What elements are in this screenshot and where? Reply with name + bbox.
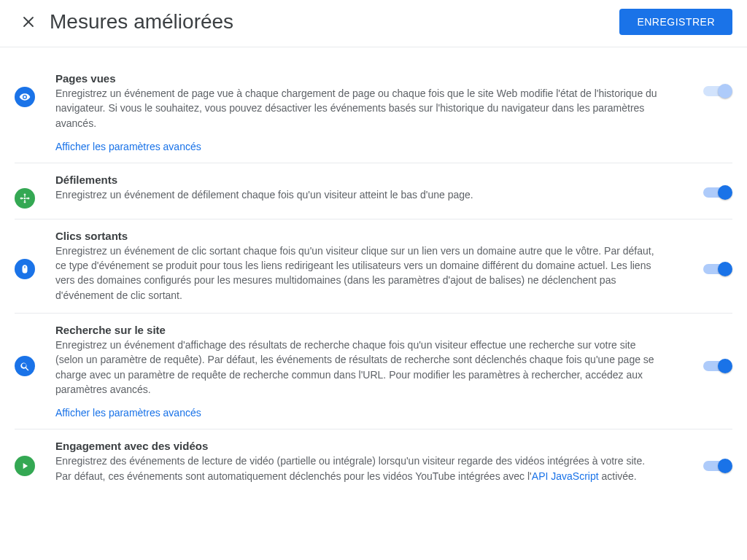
svg-point-2 bbox=[24, 198, 26, 200]
mouse-icon bbox=[15, 259, 35, 279]
row-description: Enregistrez un événement d'affichage des… bbox=[55, 338, 662, 397]
measurement-row-page-views: Pages vues Enregistrez un événement de p… bbox=[15, 62, 732, 163]
measurement-row-scrolls: Défilements Enregistrez un événement de … bbox=[15, 163, 732, 219]
dialog-header: Mesures améliorées ENREGISTRER bbox=[0, 0, 747, 47]
row-title: Recherche sur le site bbox=[55, 324, 662, 336]
desc-suffix: activée. bbox=[599, 470, 637, 482]
measurement-list: Pages vues Enregistrez un événement de p… bbox=[0, 47, 747, 494]
toggle-column bbox=[680, 72, 732, 98]
row-description: Enregistrez un événement de défilement c… bbox=[55, 187, 662, 202]
row-title: Clics sortants bbox=[55, 230, 662, 242]
toggle-video-engagement[interactable] bbox=[703, 459, 732, 473]
advanced-settings-link[interactable]: Afficher les paramètres avancés bbox=[55, 407, 201, 419]
close-icon[interactable] bbox=[20, 14, 36, 30]
toggle-site-search[interactable] bbox=[703, 359, 732, 373]
measurement-row-outbound-clicks: Clics sortants Enregistrez un événement … bbox=[15, 219, 732, 314]
row-title: Défilements bbox=[55, 174, 662, 186]
row-body: Clics sortants Enregistrez un événement … bbox=[55, 230, 680, 303]
save-button[interactable]: ENREGISTRER bbox=[619, 9, 732, 35]
toggle-column bbox=[680, 324, 732, 373]
search-icon bbox=[15, 356, 35, 376]
icon-column bbox=[15, 72, 55, 107]
row-title: Engagement avec des vidéos bbox=[55, 440, 662, 452]
row-body: Défilements Enregistrez un événement de … bbox=[55, 174, 680, 202]
header-left: Mesures améliorées bbox=[20, 10, 233, 34]
row-body: Engagement avec des vidéos Enregistrez d… bbox=[55, 440, 680, 483]
icon-column bbox=[15, 324, 55, 376]
eye-icon bbox=[15, 87, 35, 107]
row-description: Enregistrez des événements de lecture de… bbox=[55, 454, 662, 483]
row-body: Pages vues Enregistrez un événement de p… bbox=[55, 72, 680, 152]
toggle-column bbox=[680, 440, 732, 473]
scroll-icon bbox=[15, 188, 35, 209]
toggle-page-views[interactable] bbox=[703, 84, 732, 98]
icon-column bbox=[15, 174, 55, 209]
row-title: Pages vues bbox=[55, 72, 662, 85]
icon-column bbox=[15, 230, 55, 279]
toggle-outbound-clicks[interactable] bbox=[703, 262, 732, 276]
advanced-settings-link[interactable]: Afficher les paramètres avancés bbox=[55, 141, 201, 152]
toggle-column bbox=[680, 230, 732, 276]
dialog-title: Mesures améliorées bbox=[50, 10, 233, 34]
api-javascript-link[interactable]: API JavaScript bbox=[532, 470, 599, 482]
toggle-scrolls[interactable] bbox=[703, 185, 732, 200]
icon-column bbox=[15, 440, 55, 476]
play-icon bbox=[15, 456, 35, 476]
measurement-row-video-engagement: Engagement avec des vidéos Enregistrez d… bbox=[15, 429, 732, 494]
toggle-column bbox=[680, 174, 732, 200]
row-description: Enregistrez un événement de clic sortant… bbox=[55, 244, 662, 303]
row-description: Enregistrez un événement de page vue à c… bbox=[55, 86, 662, 131]
measurement-row-site-search: Recherche sur le site Enregistrez un évé… bbox=[15, 314, 732, 429]
row-body: Recherche sur le site Enregistrez un évé… bbox=[55, 324, 680, 419]
